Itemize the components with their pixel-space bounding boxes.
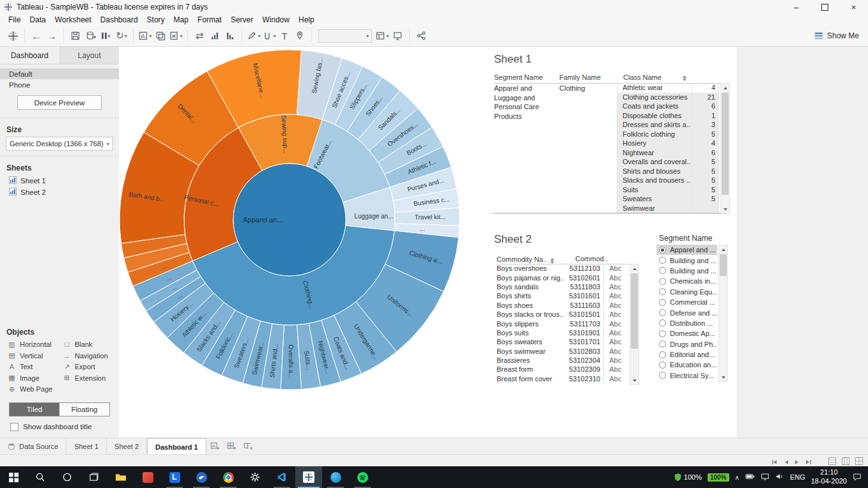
sheet1-scrollbar[interactable] bbox=[720, 83, 730, 214]
checkbox-icon[interactable] bbox=[10, 423, 19, 431]
new-dashboard-button[interactable] bbox=[223, 438, 240, 455]
table-row[interactable]: Breast form53102309Abc bbox=[489, 365, 630, 374]
tab-dashboard-1[interactable]: Dashboard 1 bbox=[147, 438, 206, 455]
menu-story[interactable]: Story bbox=[143, 14, 169, 26]
table-row[interactable]: Breast form cover53102310Abc bbox=[489, 374, 630, 383]
menu-worksheet[interactable]: Worksheet bbox=[50, 14, 96, 26]
object-extension[interactable]: ⊞Extension bbox=[63, 372, 119, 384]
device-item-default[interactable]: Default bbox=[0, 68, 119, 79]
settings-button[interactable] bbox=[242, 466, 268, 488]
cortana-button[interactable] bbox=[54, 466, 81, 488]
scroll-up-button[interactable] bbox=[719, 245, 727, 254]
line-app-button[interactable]: L bbox=[161, 466, 188, 488]
table-row[interactable]: Boys slacks or trous..53101501Abc bbox=[489, 310, 630, 319]
scroll-thumb[interactable] bbox=[720, 254, 727, 276]
filter-option[interactable]: Commercial ... bbox=[656, 297, 717, 307]
start-button[interactable] bbox=[0, 466, 27, 488]
radio-icon[interactable] bbox=[659, 351, 666, 358]
object-web-page[interactable]: ⊕Web Page bbox=[8, 384, 63, 395]
task-view-button[interactable] bbox=[81, 466, 107, 488]
tab-data-source[interactable]: Data Source bbox=[0, 438, 66, 455]
table-row[interactable]: Coats and jackets6 bbox=[617, 102, 718, 111]
table-row[interactable]: Shirts and blouses5 bbox=[617, 167, 718, 176]
object-export[interactable]: ↗Export bbox=[63, 362, 119, 373]
column-header-code[interactable]: Commod.. bbox=[575, 255, 608, 264]
table-row[interactable]: Boys sandals53111803Abc bbox=[489, 282, 630, 291]
scroll-up-button[interactable] bbox=[721, 84, 729, 92]
sheet2-scrollbar[interactable] bbox=[630, 264, 639, 385]
battery-saver-tray-item[interactable]: 100% bbox=[674, 473, 702, 482]
table-row[interactable]: Boys slippers53111703Abc bbox=[489, 319, 630, 328]
tab-sheet-2[interactable]: Sheet 2 bbox=[107, 438, 147, 455]
new-story-button[interactable] bbox=[240, 438, 256, 455]
scroll-up-button[interactable] bbox=[630, 264, 639, 273]
table-row[interactable]: Hosiery4 bbox=[617, 139, 718, 148]
scroll-down-button[interactable] bbox=[721, 205, 729, 213]
filter-option[interactable]: Education an... bbox=[656, 360, 717, 370]
radio-icon[interactable] bbox=[659, 330, 666, 337]
table-row[interactable]: Swimwear bbox=[617, 204, 718, 213]
filter-option[interactable]: Defense and ... bbox=[656, 307, 717, 317]
battery-icon[interactable] bbox=[745, 473, 755, 482]
radio-icon[interactable] bbox=[659, 247, 666, 254]
scroll-down-button[interactable] bbox=[719, 373, 727, 381]
menu-map[interactable]: Map bbox=[169, 14, 193, 26]
filter-option[interactable]: Distribution ... bbox=[656, 318, 717, 328]
menu-data[interactable]: Data bbox=[25, 14, 50, 26]
object-blank[interactable]: □Blank bbox=[63, 339, 119, 351]
table-row[interactable]: Slacks and trousers ..5 bbox=[617, 176, 718, 185]
table-row[interactable]: Boys overshoes53112103Abc bbox=[489, 264, 630, 273]
presentation-mode-icon[interactable] bbox=[390, 28, 405, 43]
filter-option[interactable]: Building and ... bbox=[656, 266, 717, 276]
table-row[interactable]: Boys swimwear53102803Abc bbox=[489, 347, 630, 356]
clear-sheet-icon[interactable]: ▾ bbox=[168, 28, 183, 43]
fit-dropdown[interactable]: ▾ bbox=[318, 29, 372, 43]
show-dashboard-title-row[interactable]: Show dashboard title bbox=[0, 420, 119, 433]
menu-window[interactable]: Window bbox=[258, 14, 294, 26]
swap-rows-columns-icon[interactable]: ⇄ bbox=[192, 28, 207, 43]
table-row[interactable]: Overalls and coveral..5 bbox=[617, 157, 718, 167]
tableau-taskbar-button[interactable] bbox=[295, 466, 322, 488]
network-icon[interactable] bbox=[761, 473, 770, 482]
table-row[interactable]: Sweaters5 bbox=[617, 194, 718, 204]
object-vertical[interactable]: ▤Vertical bbox=[8, 350, 63, 362]
sidebar-sheet-sheet-2[interactable]: Sheet 2 bbox=[0, 187, 119, 198]
clock[interactable]: 21:10 18-04-2020 bbox=[811, 468, 847, 486]
radio-icon[interactable] bbox=[659, 319, 666, 326]
table-row[interactable]: Boys shoes53111603Abc bbox=[489, 301, 630, 310]
filter-option[interactable]: Electrical Sy... bbox=[656, 370, 717, 381]
table-row[interactable]: Nightwear6 bbox=[617, 148, 718, 158]
filter-option[interactable]: Cleaning Equ... bbox=[656, 287, 717, 297]
radio-icon[interactable] bbox=[659, 257, 666, 264]
table-row[interactable]: Folkloric clothing5 bbox=[617, 130, 718, 139]
run-update-icon[interactable]: ↻▾ bbox=[114, 28, 129, 43]
new-data-source-icon[interactable] bbox=[83, 28, 98, 43]
menu-file[interactable]: File bbox=[4, 14, 25, 26]
radio-icon[interactable] bbox=[659, 362, 666, 369]
table-row[interactable]: Boys pajamas or nig..53102601Abc bbox=[489, 273, 630, 282]
spotify-button[interactable] bbox=[349, 466, 376, 488]
table-row[interactable]: Dresses and skirts a..3 bbox=[617, 120, 718, 130]
column-header-class[interactable]: Class Name bbox=[617, 73, 662, 83]
maximize-button[interactable] bbox=[810, 0, 839, 14]
scroll-thumb[interactable] bbox=[722, 93, 729, 195]
menu-dashboard[interactable]: Dashboard bbox=[96, 14, 143, 26]
scroll-down-button[interactable] bbox=[630, 376, 639, 385]
edge-app-button[interactable] bbox=[322, 466, 349, 488]
filter-option[interactable]: Drugs and Ph... bbox=[656, 339, 717, 349]
filter-option[interactable]: Building and ... bbox=[656, 255, 717, 265]
battery-percent-badge[interactable]: 100% bbox=[708, 473, 729, 482]
table-row[interactable]: Boys shirts53101601Abc bbox=[489, 291, 630, 300]
object-navigation[interactable]: →Navigation bbox=[63, 350, 119, 362]
undo-icon[interactable]: ← bbox=[29, 28, 44, 43]
scroll-thumb[interactable] bbox=[631, 273, 638, 349]
table-row[interactable]: Disposable clothes1 bbox=[617, 111, 718, 121]
new-worksheet-icon[interactable]: ▾ bbox=[137, 28, 153, 43]
table-row[interactable]: Brassieres53102304Abc bbox=[489, 356, 630, 365]
device-preview-button[interactable]: Device Preview bbox=[17, 95, 102, 110]
column-header-commodity[interactable]: Commodity Na.. bbox=[497, 255, 575, 264]
thunderbird-button[interactable] bbox=[188, 466, 215, 488]
column-header-family[interactable]: Family Name bbox=[559, 73, 617, 83]
table-row[interactable]: Athletic wear4 bbox=[617, 83, 718, 93]
tableau-logo-icon[interactable] bbox=[5, 28, 20, 43]
